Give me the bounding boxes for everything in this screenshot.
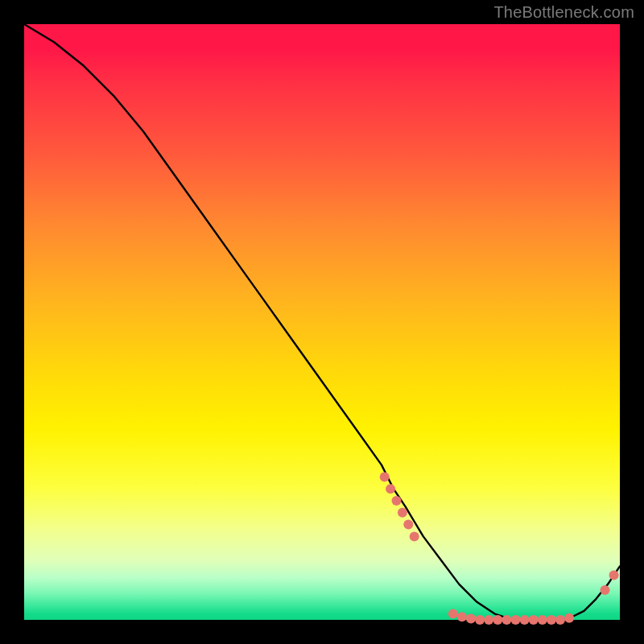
data-dot bbox=[538, 615, 547, 625]
data-dots-group bbox=[380, 472, 619, 625]
chart-svg bbox=[24, 24, 620, 620]
data-dot bbox=[511, 615, 521, 625]
data-dot bbox=[392, 496, 402, 506]
data-dot bbox=[493, 615, 502, 625]
data-dot bbox=[484, 615, 493, 625]
data-dot bbox=[529, 615, 539, 625]
data-dot bbox=[398, 508, 407, 518]
data-dot bbox=[555, 615, 565, 625]
chart-stage: TheBottleneck.com bbox=[0, 0, 644, 644]
data-dot bbox=[475, 615, 485, 625]
plot-area bbox=[24, 24, 620, 620]
data-dot bbox=[380, 472, 390, 481]
data-dot bbox=[520, 615, 530, 625]
data-dot bbox=[466, 614, 476, 624]
data-dot bbox=[448, 609, 458, 619]
bottleneck-curve bbox=[24, 24, 620, 620]
data-dot bbox=[547, 615, 556, 625]
data-dot bbox=[564, 613, 574, 623]
data-dot bbox=[410, 531, 419, 541]
data-dot bbox=[403, 520, 413, 530]
watermark-text: TheBottleneck.com bbox=[493, 3, 634, 22]
data-dot bbox=[502, 615, 511, 625]
data-dot bbox=[609, 571, 619, 580]
data-dot bbox=[601, 585, 610, 595]
data-dot bbox=[457, 612, 467, 621]
data-dot bbox=[386, 484, 395, 493]
